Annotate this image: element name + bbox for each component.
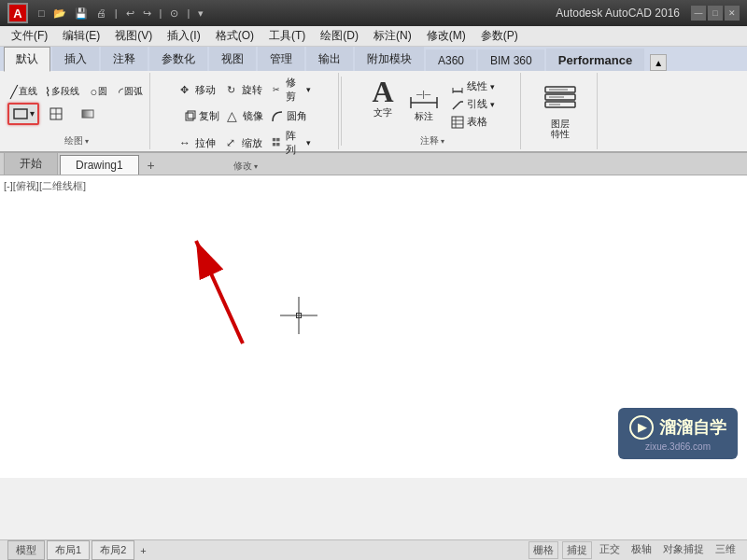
draw-row2: ▾ (7, 103, 103, 125)
tab-view[interactable]: 视图 (209, 47, 256, 71)
menu-insert[interactable]: 插入(I) (160, 26, 207, 46)
copy-icon (183, 110, 196, 123)
ribbon-collapse-btn[interactable]: ▲ (650, 54, 667, 71)
svg-rect-13 (273, 138, 275, 141)
win-maximize[interactable]: □ (708, 6, 723, 21)
btn-rotate[interactable]: ↻ 旋转 (223, 82, 268, 98)
view-label: [-][俯视][二维线框] (4, 179, 86, 193)
layout1-tab[interactable]: 布局1 (47, 540, 90, 560)
btn-dimension[interactable]: ─|─ 标注 (403, 75, 444, 125)
btn-array[interactable]: 阵列 ▾ (269, 128, 314, 158)
svg-text:✂: ✂ (273, 85, 280, 94)
ribbon-group-modify: ✥ 移动 ↻ 旋转 ✂ 修剪 ▾ 复制 △ (152, 73, 339, 149)
btn-layer-properties[interactable]: 图层特性 (538, 79, 583, 141)
toolbar-redo[interactable]: ↪ (140, 6, 154, 21)
tab-a360[interactable]: A360 (426, 49, 476, 71)
toolbar-sep: | (112, 6, 120, 21)
btn-fillet[interactable]: 圆角 (268, 108, 310, 124)
model-tab[interactable]: 模型 (7, 540, 45, 560)
btn-scale[interactable]: ⤢ 缩放 (223, 135, 268, 151)
svg-text:↔: ↔ (179, 136, 190, 149)
modify-group-label[interactable]: 修改 ▾ (233, 160, 258, 173)
menu-dimension[interactable]: 标注(N) (366, 26, 419, 46)
crosshair (271, 287, 327, 343)
svg-rect-9 (188, 111, 195, 119)
toolbar-sep3: | (184, 6, 192, 21)
btn-arc[interactable]: ◜ 圆弧 (116, 83, 146, 101)
svg-rect-4 (82, 110, 93, 118)
annotation-group-label[interactable]: 注释 ▾ (420, 134, 444, 147)
win-minimize[interactable]: — (691, 6, 706, 21)
menu-tools[interactable]: 工具(T) (261, 26, 313, 46)
btn-hatch[interactable] (41, 105, 71, 123)
btn-leader[interactable]: 引线 ▾ (448, 96, 498, 112)
tab-addons[interactable]: 附加模块 (355, 47, 424, 71)
status-bar: 模型 布局1 布局2 + 栅格 捕捉 正交 极轴 对象捕捉 三维 (0, 539, 747, 560)
toolbar-extra[interactable]: ▾ (195, 6, 206, 21)
menu-params[interactable]: 参数(P) (473, 26, 526, 46)
tab-drawing1[interactable]: Drawing1 (60, 155, 139, 175)
layout2-tab[interactable]: 布局2 (92, 540, 134, 560)
move-icon: ✥ (179, 83, 192, 96)
gradient-icon (80, 106, 95, 121)
draw-group-label[interactable]: 绘图 ▾ (64, 134, 89, 147)
tab-output[interactable]: 输出 (306, 47, 353, 71)
status-3dosnap[interactable]: 三维 (712, 541, 740, 559)
status-grid[interactable]: 栅格 (529, 541, 558, 559)
btn-copy[interactable]: 复制 (180, 108, 222, 124)
status-polar[interactable]: 极轴 (627, 541, 655, 559)
canvas-area[interactable]: [-][俯视][二维线框] ▶ 溜溜自学 zixue.3d66.com (0, 175, 747, 478)
btn-line[interactable]: ╱ 直线 (7, 83, 40, 101)
menu-draw[interactable]: 绘图(D) (313, 26, 366, 46)
tab-default[interactable]: 默认 (4, 47, 50, 72)
menu-bar: 文件(F) 编辑(E) 视图(V) 插入(I) 格式(O) 工具(T) 绘图(D… (0, 26, 747, 47)
menu-edit[interactable]: 编辑(E) (55, 26, 107, 46)
svg-line-37 (196, 241, 243, 343)
status-osnap[interactable]: 对象捕捉 (659, 541, 708, 559)
status-snap[interactable]: 捕捉 (562, 541, 592, 559)
btn-text[interactable]: A 文字 (366, 75, 400, 121)
tab-annotation[interactable]: 注释 (101, 47, 148, 71)
btn-polyline[interactable]: ⌇ 多段线 (42, 83, 82, 101)
btn-gradient[interactable] (73, 105, 103, 123)
toolbar-3d[interactable]: ⊙ (167, 6, 181, 21)
toolbar-plot[interactable]: 🖨 (93, 6, 109, 21)
scale-icon: ⤢ (226, 136, 239, 149)
menu-file[interactable]: 文件(F) (4, 26, 55, 46)
menu-format[interactable]: 格式(O) (208, 26, 261, 46)
btn-rectangle[interactable]: ▾ (7, 103, 39, 125)
tab-performance[interactable]: Performance (546, 49, 644, 71)
status-icons: 栅格 捕捉 正交 极轴 对象捕捉 三维 (529, 541, 740, 559)
btn-stretch[interactable]: ↔ 拉伸 (176, 135, 221, 151)
rotate-icon: ↻ (226, 83, 239, 96)
svg-text:⤢: ⤢ (226, 136, 235, 149)
btn-circle[interactable]: ○ 圆 (84, 83, 114, 101)
btn-table[interactable]: 表格 (448, 114, 498, 130)
win-close[interactable]: ✕ (725, 6, 740, 21)
tab-start[interactable]: 开始 (4, 152, 58, 175)
btn-mirror[interactable]: △ 镜像 (224, 108, 266, 124)
tab-manage[interactable]: 管理 (258, 47, 304, 71)
toolbar-open[interactable]: 📂 (50, 6, 69, 21)
layout-add[interactable]: + (134, 543, 151, 558)
app-logo: A (7, 3, 28, 23)
crosshair-center (296, 313, 302, 318)
btn-trim[interactable]: ✂ 修剪 ▾ (269, 75, 314, 105)
btn-linear-dim[interactable]: 线性 ▾ (448, 78, 498, 94)
toolbar-save[interactable]: 💾 (72, 6, 91, 21)
menu-modify[interactable]: 修改(M) (419, 26, 473, 46)
tab-bim360[interactable]: BIM 360 (478, 49, 544, 71)
btn-move[interactable]: ✥ 移动 (176, 82, 221, 98)
doc-tabs: 开始 Drawing1 + (0, 153, 747, 175)
status-ortho[interactable]: 正交 (596, 541, 624, 559)
svg-rect-8 (186, 113, 193, 120)
red-arrow-annotation (168, 222, 280, 356)
tab-parametric[interactable]: 参数化 (149, 47, 207, 71)
tab-add-document[interactable]: + (141, 156, 162, 175)
mirror-icon: △ (227, 110, 240, 123)
toolbar-undo[interactable]: ↩ (123, 6, 137, 21)
tab-insert[interactable]: 插入 (52, 47, 99, 71)
toolbar-icons: □ 📂 💾 🖨 | ↩ ↪ | ⊙ | ▾ (35, 6, 556, 21)
menu-view[interactable]: 视图(V) (107, 26, 160, 46)
toolbar-new[interactable]: □ (35, 6, 48, 21)
